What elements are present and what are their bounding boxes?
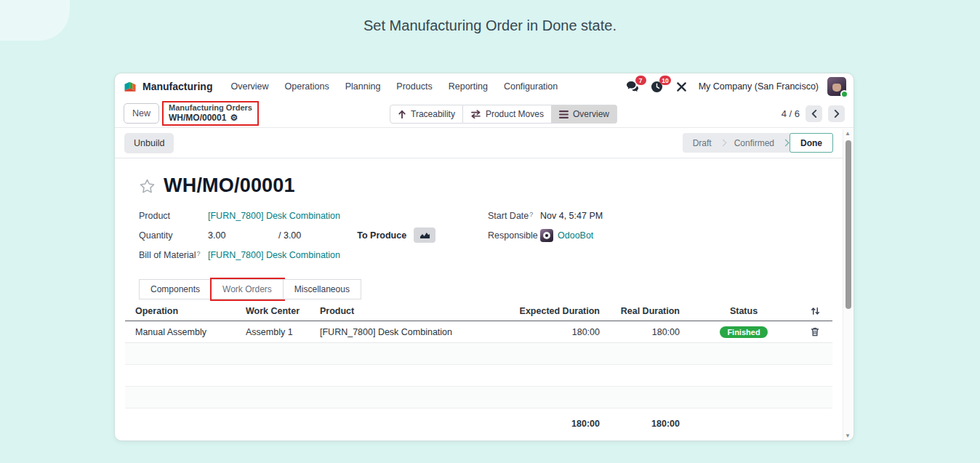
col-status[interactable]: Status <box>686 306 802 316</box>
top-navbar: Manufacturing Overview Operations Planni… <box>115 73 854 100</box>
odoobot-avatar <box>540 229 553 242</box>
pager-previous-button[interactable] <box>806 105 822 122</box>
odoo-window: Manufacturing Overview Operations Planni… <box>114 73 854 441</box>
col-expected-duration[interactable]: Expected Duration <box>504 306 606 316</box>
breadcrumb-parent[interactable]: Manufacturing Orders <box>169 103 252 113</box>
form-view: Unbuild Draft Confirmed Done WH/M <box>115 127 854 441</box>
step-confirmed[interactable]: Confirmed <box>724 133 784 153</box>
product-moves-label: Product Moves <box>486 109 544 119</box>
status-badge-finished: Finished <box>720 326 767 338</box>
start-date-value[interactable]: Nov 4, 5:47 PM <box>540 211 603 221</box>
empty-table-row <box>125 365 832 387</box>
activities-icon[interactable]: 10 <box>649 79 665 94</box>
product-moves-button[interactable]: Product Moves <box>463 105 552 124</box>
responsible-label: Responsible <box>488 230 540 241</box>
step-done[interactable]: Done <box>790 133 833 153</box>
smart-buttons: Traceability Product Moves <box>390 105 617 124</box>
col-operation[interactable]: Operation <box>129 306 240 316</box>
work-orders-table: Operation Work Center Product Expected D… <box>125 301 832 439</box>
online-status-dot <box>840 90 848 98</box>
cell-operation[interactable]: Manual Assembly <box>129 327 240 337</box>
form-sheet: WH/MO/00001 Product [FURN_7800] Desk Com… <box>115 158 843 439</box>
page-title: Set Manufacturing Order in Done state. <box>0 17 980 34</box>
traceability-button[interactable]: Traceability <box>390 105 463 124</box>
scrollbar-thumb[interactable] <box>846 140 851 309</box>
cell-real-duration[interactable]: 180:00 <box>606 327 686 337</box>
pager-next-button[interactable] <box>828 105 845 122</box>
user-avatar[interactable] <box>827 77 846 96</box>
delete-row-icon[interactable] <box>802 327 828 337</box>
favorite-star-icon[interactable] <box>139 178 156 194</box>
manufacturing-app-icon <box>123 79 137 94</box>
unbuild-button[interactable]: Unbuild <box>124 133 174 153</box>
form-status-bar: Unbuild Draft Confirmed Done <box>115 128 843 158</box>
menu-overview[interactable]: Overview <box>224 78 275 94</box>
control-panel: New Manufacturing Orders WH/MO/00001 ⚙ T… <box>115 100 854 127</box>
table-totals-row: 180:00 180:00 <box>125 408 832 439</box>
table-header-row: Operation Work Center Product Expected D… <box>125 301 832 321</box>
start-date-label: Start Date? <box>488 211 540 221</box>
empty-table-row <box>125 343 832 365</box>
help-marker: ? <box>529 211 533 218</box>
overview-button[interactable]: Overview <box>552 105 617 124</box>
breadcrumb-current: WH/MO/00001 <box>169 113 226 124</box>
menu-reporting[interactable]: Reporting <box>442 78 494 94</box>
quantity-total-value: / 3.00 <box>278 230 301 241</box>
cell-expected-duration[interactable]: 180:00 <box>504 327 606 337</box>
app-menus: Overview Operations Planning Products Re… <box>224 78 624 94</box>
app-brand[interactable]: Manufacturing <box>123 79 212 94</box>
quantity-done-value[interactable]: 3.00 <box>208 230 278 241</box>
menu-planning[interactable]: Planning <box>339 78 387 94</box>
app-name: Manufacturing <box>142 81 212 92</box>
cell-work-center[interactable]: Assembly 1 <box>240 327 314 337</box>
tab-work-orders[interactable]: Work Orders <box>212 279 284 299</box>
product-value-link[interactable]: [FURN_7800] Desk Combination <box>208 211 340 221</box>
mo-reference-title: WH/MO/00001 <box>164 174 295 197</box>
activities-badge: 10 <box>659 76 670 85</box>
vertical-scrollbar[interactable]: ▲ ▼ <box>843 129 852 440</box>
work-order-row[interactable]: Manual Assembly Assembly 1 [FURN_7800] D… <box>125 321 832 343</box>
tab-miscellaneous[interactable]: Miscellaneous <box>284 279 361 299</box>
to-produce-label: To Produce <box>357 230 406 241</box>
quantity-label: Quantity <box>139 230 208 241</box>
scroll-up-icon[interactable]: ▲ <box>845 129 851 138</box>
col-product[interactable]: Product <box>314 306 504 316</box>
gear-icon[interactable]: ⚙ <box>230 113 238 124</box>
pager: 4 / 6 <box>782 105 845 122</box>
total-expected-duration: 180:00 <box>504 419 606 429</box>
bom-label: Bill of Material? <box>139 250 208 260</box>
product-label: Product <box>139 211 208 221</box>
menu-operations[interactable]: Operations <box>278 78 336 94</box>
forecast-chart-button[interactable] <box>414 228 435 243</box>
arrow-up-icon <box>398 110 406 119</box>
cell-product[interactable]: [FURN_7800] Desk Combination <box>314 327 504 337</box>
tab-components[interactable]: Components <box>139 279 212 299</box>
col-work-center[interactable]: Work Center <box>240 306 314 316</box>
swap-arrows-icon <box>470 110 481 118</box>
breadcrumb[interactable]: Manufacturing Orders WH/MO/00001 ⚙ <box>164 102 257 125</box>
bom-value-link[interactable]: [FURN_7800] Desk Combination <box>208 250 340 260</box>
systray: 7 10 My Company (San Francisco) <box>624 77 846 96</box>
empty-table-row <box>125 387 832 408</box>
messages-icon[interactable]: 7 <box>624 79 640 94</box>
scroll-down-icon[interactable]: ▼ <box>845 432 851 440</box>
optional-columns-icon[interactable] <box>802 307 828 315</box>
overview-label: Overview <box>573 109 609 119</box>
traceability-label: Traceability <box>411 109 455 119</box>
pager-count: 4 / 6 <box>782 108 800 119</box>
state-steps: Draft Confirmed Done <box>683 133 833 153</box>
col-real-duration[interactable]: Real Duration <box>606 306 686 316</box>
company-switcher[interactable]: My Company (San Francisco) <box>699 81 819 92</box>
menu-products[interactable]: Products <box>390 78 438 94</box>
total-real-duration: 180:00 <box>606 419 686 429</box>
notebook-tabs: Components Work Orders Miscellaneous <box>139 279 832 299</box>
scrollbar-track[interactable] <box>843 138 852 432</box>
responsible-value-link[interactable]: OdooBot <box>558 230 593 241</box>
hamburger-list-icon <box>559 110 569 118</box>
tools-icon[interactable] <box>674 79 690 94</box>
menu-configuration[interactable]: Configuration <box>497 78 564 94</box>
help-marker: ? <box>197 250 201 257</box>
messages-badge: 7 <box>635 76 646 85</box>
step-draft[interactable]: Draft <box>683 133 722 153</box>
new-button[interactable]: New <box>124 103 159 124</box>
